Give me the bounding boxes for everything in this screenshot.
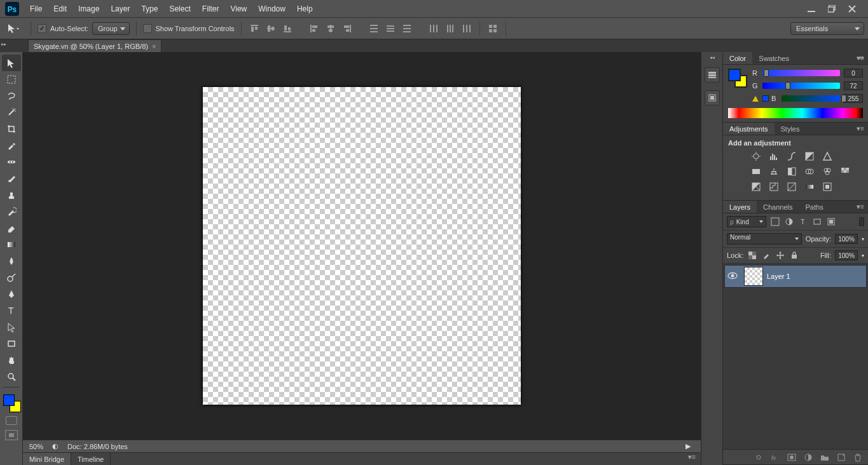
menu-select[interactable]: Select: [163, 0, 196, 17]
filter-toggle-switch[interactable]: [859, 217, 864, 226]
history-brush-tool[interactable]: [2, 203, 21, 220]
panel-menu-icon[interactable]: ▾≡: [853, 125, 868, 133]
lock-transparency-icon[interactable]: [747, 250, 757, 260]
workspace-dropdown[interactable]: Essentials: [790, 22, 864, 35]
active-tool-indicator[interactable]: [4, 22, 24, 36]
channel-mixer-icon[interactable]: [821, 166, 834, 177]
layer-thumbnail[interactable]: [744, 267, 763, 286]
filter-pixel-icon[interactable]: [770, 217, 780, 227]
opacity-flyout-icon[interactable]: ▾: [862, 236, 864, 242]
new-group-icon[interactable]: [820, 452, 830, 462]
bottom-panel-menu-icon[interactable]: ▾≡: [683, 453, 701, 465]
minimize-button[interactable]: [807, 4, 816, 13]
color-swatches[interactable]: [2, 393, 21, 412]
fill-field[interactable]: 100%: [835, 250, 858, 260]
lock-pixels-icon[interactable]: [761, 250, 771, 260]
selective-color-icon[interactable]: [821, 181, 834, 192]
align-bottom-icon[interactable]: [281, 22, 294, 35]
posterize-icon[interactable]: [768, 181, 780, 192]
link-layers-icon[interactable]: [754, 452, 764, 462]
layer-name[interactable]: Layer 1: [767, 273, 790, 280]
filter-type-icon[interactable]: T: [798, 217, 808, 227]
menu-help[interactable]: Help: [291, 0, 319, 17]
r-value[interactable]: 0: [844, 69, 863, 78]
filter-adjustment-icon[interactable]: [784, 217, 794, 227]
filter-shape-icon[interactable]: [812, 217, 822, 227]
closest-color-swatch[interactable]: [762, 95, 769, 102]
layer-row[interactable]: Layer 1: [724, 265, 867, 288]
align-vcenter-icon[interactable]: [265, 22, 277, 35]
menu-image[interactable]: Image: [72, 0, 105, 17]
new-layer-icon[interactable]: [836, 452, 846, 462]
magic-wand-tool[interactable]: [2, 104, 21, 121]
arrange-grid-icon[interactable]: [486, 22, 499, 35]
distribute-bottom-icon[interactable]: [401, 22, 413, 35]
g-slider[interactable]: [762, 83, 840, 89]
opacity-field[interactable]: 100%: [835, 234, 858, 244]
zoom-tool[interactable]: [2, 368, 21, 385]
tab-mini-bridge[interactable]: Mini Bridge: [23, 453, 71, 465]
hand-tool[interactable]: [2, 352, 21, 368]
type-tool[interactable]: T: [2, 302, 21, 319]
r-slider[interactable]: [762, 70, 840, 76]
photo-filter-icon[interactable]: [803, 166, 816, 177]
b-slider[interactable]: [782, 95, 840, 102]
lock-all-icon[interactable]: [789, 250, 799, 260]
new-adjustment-layer-icon[interactable]: [803, 452, 813, 462]
status-flyout-icon[interactable]: ▶: [685, 442, 691, 450]
visibility-toggle-icon[interactable]: [725, 272, 740, 281]
curves-icon[interactable]: [785, 151, 798, 162]
canvas[interactable]: [203, 87, 521, 405]
b-value[interactable]: 255: [844, 94, 863, 103]
levels-icon[interactable]: [768, 151, 780, 162]
tab-adjustments[interactable]: Adjustments: [723, 123, 775, 135]
gamut-warning-icon[interactable]: [752, 96, 759, 102]
tab-layers[interactable]: Layers: [723, 201, 757, 213]
tab-styles[interactable]: Styles: [775, 123, 806, 135]
distribute-top-icon[interactable]: [368, 22, 380, 35]
panel-fg-swatch[interactable]: [728, 69, 741, 81]
foreground-color-swatch[interactable]: [3, 394, 15, 406]
document-tab[interactable]: Skygate.vn @ 50% (Layer 1, RGB/8) ×: [28, 39, 162, 52]
distribute-left-icon[interactable]: [427, 22, 440, 35]
crop-tool[interactable]: [2, 121, 21, 137]
tab-timeline[interactable]: Timeline: [71, 453, 111, 465]
tab-paths[interactable]: Paths: [799, 201, 830, 213]
dodge-tool[interactable]: [2, 269, 21, 286]
zoom-level[interactable]: 50%: [29, 443, 43, 450]
eraser-tool[interactable]: [2, 220, 21, 236]
blur-tool[interactable]: [2, 253, 21, 269]
color-balance-icon[interactable]: [768, 166, 780, 177]
auto-select-target-dropdown[interactable]: Group: [92, 22, 130, 35]
add-mask-icon[interactable]: [787, 452, 797, 462]
gradient-map-icon[interactable]: [803, 181, 816, 192]
spectrum-ramp[interactable]: [728, 108, 863, 118]
dock-properties-icon[interactable]: [705, 90, 720, 105]
pen-tool[interactable]: [2, 286, 21, 302]
lasso-tool[interactable]: [2, 88, 21, 104]
distribute-right-icon[interactable]: [460, 22, 473, 35]
tab-color[interactable]: Color: [723, 52, 752, 64]
dock-history-icon[interactable]: [705, 67, 720, 83]
invert-icon[interactable]: [750, 181, 762, 192]
close-tab-icon[interactable]: ×: [152, 43, 156, 50]
filter-smartobject-icon[interactable]: [826, 217, 836, 227]
distribute-vcenter-icon[interactable]: [384, 22, 397, 35]
black-white-icon[interactable]: [785, 166, 798, 177]
distribute-hcenter-icon[interactable]: [444, 22, 457, 35]
vibrance-icon[interactable]: [821, 151, 834, 162]
menu-edit[interactable]: Edit: [48, 0, 72, 17]
align-top-icon[interactable]: [248, 22, 261, 35]
gradient-tool[interactable]: [2, 236, 21, 253]
eyedropper-tool[interactable]: [2, 137, 21, 154]
delete-layer-icon[interactable]: [853, 452, 863, 462]
fill-flyout-icon[interactable]: ▾: [862, 253, 864, 259]
auto-select-checkbox[interactable]: [38, 24, 46, 33]
close-button[interactable]: [848, 4, 857, 13]
clone-stamp-tool[interactable]: [2, 187, 21, 203]
menu-type[interactable]: Type: [135, 0, 163, 17]
layer-filter-kind-dropdown[interactable]: Kind: [727, 216, 766, 227]
blend-mode-dropdown[interactable]: Normal: [727, 233, 802, 245]
exposure-icon[interactable]: [803, 151, 816, 162]
hue-saturation-icon[interactable]: [750, 166, 762, 177]
